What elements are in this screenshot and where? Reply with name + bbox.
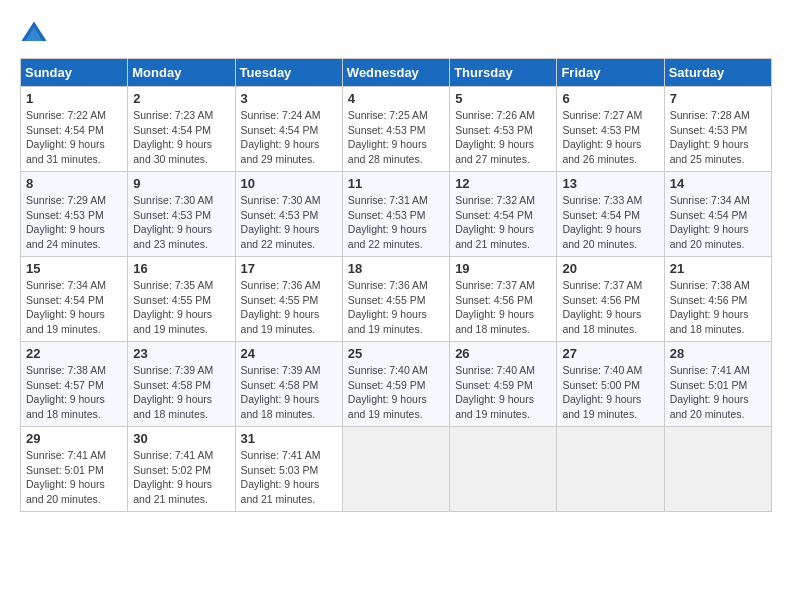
sunrise-label: Sunrise: 7:27 AM xyxy=(562,109,642,121)
sunset-label: Sunset: 5:00 PM xyxy=(562,379,640,391)
daylight-minutes: and 20 minutes. xyxy=(670,408,745,420)
logo xyxy=(20,20,52,48)
day-info: Sunrise: 7:40 AM Sunset: 4:59 PM Dayligh… xyxy=(455,363,551,422)
calendar-week-row: 22 Sunrise: 7:38 AM Sunset: 4:57 PM Dayl… xyxy=(21,342,772,427)
daylight-minutes: and 19 minutes. xyxy=(562,408,637,420)
daylight-minutes: and 18 minutes. xyxy=(26,408,101,420)
daylight-label: Daylight: 9 hours xyxy=(455,393,534,405)
daylight-label: Daylight: 9 hours xyxy=(455,308,534,320)
daylight-minutes: and 19 minutes. xyxy=(348,323,423,335)
day-cell: 13 Sunrise: 7:33 AM Sunset: 4:54 PM Dayl… xyxy=(557,172,664,257)
day-number: 1 xyxy=(26,91,122,106)
day-info: Sunrise: 7:37 AM Sunset: 4:56 PM Dayligh… xyxy=(562,278,658,337)
day-info: Sunrise: 7:27 AM Sunset: 4:53 PM Dayligh… xyxy=(562,108,658,167)
day-cell: 10 Sunrise: 7:30 AM Sunset: 4:53 PM Dayl… xyxy=(235,172,342,257)
daylight-label: Daylight: 9 hours xyxy=(241,138,320,150)
sunset-label: Sunset: 4:55 PM xyxy=(133,294,211,306)
day-info: Sunrise: 7:30 AM Sunset: 4:53 PM Dayligh… xyxy=(241,193,337,252)
day-number: 24 xyxy=(241,346,337,361)
sunrise-label: Sunrise: 7:28 AM xyxy=(670,109,750,121)
sunrise-label: Sunrise: 7:36 AM xyxy=(348,279,428,291)
calendar-week-row: 15 Sunrise: 7:34 AM Sunset: 4:54 PM Dayl… xyxy=(21,257,772,342)
daylight-label: Daylight: 9 hours xyxy=(348,138,427,150)
day-cell: 14 Sunrise: 7:34 AM Sunset: 4:54 PM Dayl… xyxy=(664,172,771,257)
day-number: 8 xyxy=(26,176,122,191)
day-info: Sunrise: 7:24 AM Sunset: 4:54 PM Dayligh… xyxy=(241,108,337,167)
day-cell: 20 Sunrise: 7:37 AM Sunset: 4:56 PM Dayl… xyxy=(557,257,664,342)
daylight-label: Daylight: 9 hours xyxy=(670,393,749,405)
sunset-label: Sunset: 4:54 PM xyxy=(562,209,640,221)
daylight-minutes: and 19 minutes. xyxy=(348,408,423,420)
day-info: Sunrise: 7:41 AM Sunset: 5:01 PM Dayligh… xyxy=(670,363,766,422)
day-number: 12 xyxy=(455,176,551,191)
sunrise-label: Sunrise: 7:41 AM xyxy=(26,449,106,461)
day-number: 26 xyxy=(455,346,551,361)
daylight-minutes: and 20 minutes. xyxy=(26,493,101,505)
calendar-table: SundayMondayTuesdayWednesdayThursdayFrid… xyxy=(20,58,772,512)
day-cell: 27 Sunrise: 7:40 AM Sunset: 5:00 PM Dayl… xyxy=(557,342,664,427)
day-number: 19 xyxy=(455,261,551,276)
sunrise-label: Sunrise: 7:23 AM xyxy=(133,109,213,121)
day-info: Sunrise: 7:26 AM Sunset: 4:53 PM Dayligh… xyxy=(455,108,551,167)
day-number: 10 xyxy=(241,176,337,191)
daylight-label: Daylight: 9 hours xyxy=(26,478,105,490)
daylight-minutes: and 20 minutes. xyxy=(562,238,637,250)
daylight-label: Daylight: 9 hours xyxy=(133,223,212,235)
sunset-label: Sunset: 4:56 PM xyxy=(562,294,640,306)
day-info: Sunrise: 7:25 AM Sunset: 4:53 PM Dayligh… xyxy=(348,108,444,167)
sunrise-label: Sunrise: 7:32 AM xyxy=(455,194,535,206)
daylight-label: Daylight: 9 hours xyxy=(26,138,105,150)
day-cell: 23 Sunrise: 7:39 AM Sunset: 4:58 PM Dayl… xyxy=(128,342,235,427)
day-cell: 28 Sunrise: 7:41 AM Sunset: 5:01 PM Dayl… xyxy=(664,342,771,427)
day-cell: 2 Sunrise: 7:23 AM Sunset: 4:54 PM Dayli… xyxy=(128,87,235,172)
sunset-label: Sunset: 4:53 PM xyxy=(241,209,319,221)
daylight-label: Daylight: 9 hours xyxy=(241,223,320,235)
weekday-header: Monday xyxy=(128,59,235,87)
day-cell: 8 Sunrise: 7:29 AM Sunset: 4:53 PM Dayli… xyxy=(21,172,128,257)
daylight-minutes: and 24 minutes. xyxy=(26,238,101,250)
day-cell: 18 Sunrise: 7:36 AM Sunset: 4:55 PM Dayl… xyxy=(342,257,449,342)
daylight-minutes: and 19 minutes. xyxy=(455,408,530,420)
sunset-label: Sunset: 4:54 PM xyxy=(26,294,104,306)
sunset-label: Sunset: 4:53 PM xyxy=(348,124,426,136)
daylight-minutes: and 18 minutes. xyxy=(455,323,530,335)
sunrise-label: Sunrise: 7:33 AM xyxy=(562,194,642,206)
sunset-label: Sunset: 5:01 PM xyxy=(670,379,748,391)
day-number: 21 xyxy=(670,261,766,276)
day-cell: 11 Sunrise: 7:31 AM Sunset: 4:53 PM Dayl… xyxy=(342,172,449,257)
daylight-minutes: and 19 minutes. xyxy=(241,323,316,335)
day-info: Sunrise: 7:40 AM Sunset: 4:59 PM Dayligh… xyxy=(348,363,444,422)
sunrise-label: Sunrise: 7:41 AM xyxy=(241,449,321,461)
day-cell: 24 Sunrise: 7:39 AM Sunset: 4:58 PM Dayl… xyxy=(235,342,342,427)
day-number: 18 xyxy=(348,261,444,276)
day-number: 7 xyxy=(670,91,766,106)
day-cell: 30 Sunrise: 7:41 AM Sunset: 5:02 PM Dayl… xyxy=(128,427,235,512)
daylight-label: Daylight: 9 hours xyxy=(133,393,212,405)
daylight-minutes: and 22 minutes. xyxy=(348,238,423,250)
daylight-label: Daylight: 9 hours xyxy=(26,393,105,405)
day-number: 29 xyxy=(26,431,122,446)
sunrise-label: Sunrise: 7:29 AM xyxy=(26,194,106,206)
sunrise-label: Sunrise: 7:39 AM xyxy=(241,364,321,376)
daylight-minutes: and 27 minutes. xyxy=(455,153,530,165)
sunset-label: Sunset: 4:56 PM xyxy=(670,294,748,306)
daylight-minutes: and 21 minutes. xyxy=(133,493,208,505)
weekday-header: Thursday xyxy=(450,59,557,87)
sunrise-label: Sunrise: 7:26 AM xyxy=(455,109,535,121)
daylight-minutes: and 25 minutes. xyxy=(670,153,745,165)
daylight-label: Daylight: 9 hours xyxy=(348,308,427,320)
sunset-label: Sunset: 4:53 PM xyxy=(133,209,211,221)
daylight-label: Daylight: 9 hours xyxy=(241,308,320,320)
weekday-header: Sunday xyxy=(21,59,128,87)
sunrise-label: Sunrise: 7:34 AM xyxy=(670,194,750,206)
sunrise-label: Sunrise: 7:38 AM xyxy=(26,364,106,376)
daylight-minutes: and 20 minutes. xyxy=(670,238,745,250)
sunset-label: Sunset: 4:57 PM xyxy=(26,379,104,391)
day-cell: 16 Sunrise: 7:35 AM Sunset: 4:55 PM Dayl… xyxy=(128,257,235,342)
day-number: 2 xyxy=(133,91,229,106)
day-info: Sunrise: 7:39 AM Sunset: 4:58 PM Dayligh… xyxy=(241,363,337,422)
day-number: 4 xyxy=(348,91,444,106)
day-cell: 4 Sunrise: 7:25 AM Sunset: 4:53 PM Dayli… xyxy=(342,87,449,172)
sunset-label: Sunset: 4:54 PM xyxy=(26,124,104,136)
sunset-label: Sunset: 4:58 PM xyxy=(133,379,211,391)
